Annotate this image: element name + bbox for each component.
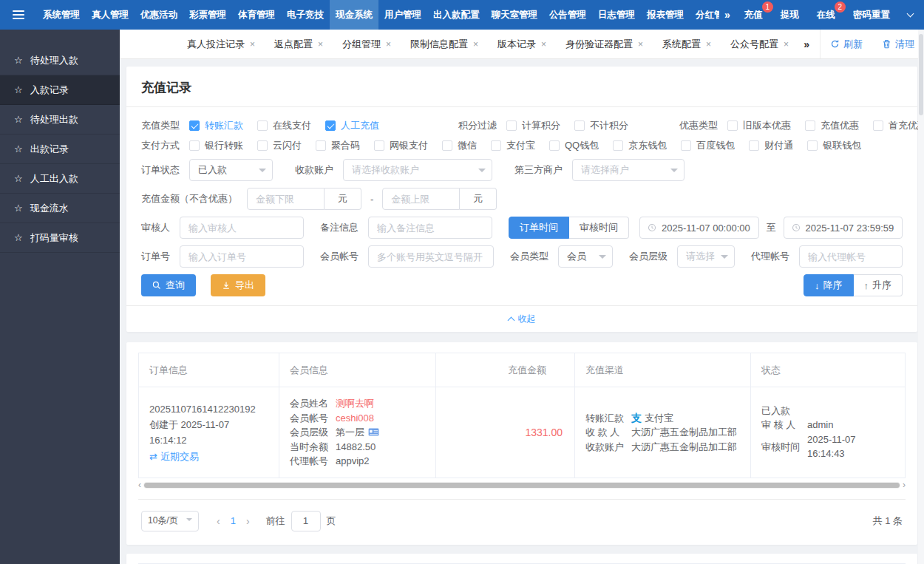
next-page-button[interactable]: › (239, 515, 257, 527)
export-button[interactable]: 导出 (211, 274, 265, 296)
checkbox-alipay[interactable]: 支付宝 (491, 139, 535, 152)
checkbox-old-promo[interactable]: 旧版本优惠 (727, 119, 791, 132)
nav-item-lottery[interactable]: 彩票管理 (183, 0, 232, 30)
scroll-left-arrow[interactable]: ‹ (138, 480, 141, 490)
order-no-input[interactable] (180, 245, 304, 268)
goto-page-input[interactable] (291, 511, 321, 531)
sidebar-item-manual-inout[interactable]: ☆人工出入款 (0, 164, 120, 194)
tab-live-bets[interactable]: 真人投注记录× (177, 38, 265, 51)
checkbox-baidu-wallet[interactable]: 百度钱包 (681, 139, 735, 152)
checkbox-bank-transfer[interactable]: 银行转账 (189, 139, 243, 152)
close-icon[interactable]: × (386, 39, 391, 50)
tabs-overflow-icon[interactable]: » (793, 38, 820, 50)
amount-min-input[interactable] (247, 188, 325, 210)
date-end-input[interactable]: 2025-11-07 23:59:59 (784, 217, 903, 239)
checkbox-no-points[interactable]: 不计积分 (574, 119, 628, 132)
checkbox-first-recharge-promo[interactable]: 首充优惠 (873, 119, 924, 132)
quick-online[interactable]: 在线 2 (808, 0, 844, 30)
checkbox-jd-wallet[interactable]: 京东钱包 (613, 139, 667, 152)
checkbox-tenpay[interactable]: 财付通 (749, 139, 793, 152)
checkbox-aggregate-code[interactable]: 聚合码 (316, 139, 360, 152)
scroll-right-arrow[interactable]: › (903, 480, 906, 490)
search-button[interactable]: 查询 (141, 274, 196, 296)
audit-time-button[interactable]: 审核时间 (569, 217, 629, 239)
tab-rebate-config[interactable]: 返点配置× (265, 38, 333, 51)
close-icon[interactable]: × (473, 39, 478, 50)
nav-item-logs[interactable]: 日志管理 (592, 0, 641, 30)
scrollbar-thumb[interactable] (144, 483, 900, 488)
tab-restrict-config[interactable]: 限制信息配置× (401, 38, 488, 51)
clean-button[interactable]: 清理 (872, 38, 924, 51)
auditor-input[interactable] (180, 217, 304, 239)
checkbox-unionpay-wallet[interactable]: 银联钱包 (807, 139, 861, 152)
prev-page-button[interactable]: ‹ (209, 515, 228, 527)
checkbox-recharge-promo[interactable]: 充值优惠 (805, 119, 859, 132)
amount-max-group: 元 (382, 188, 497, 210)
search-icon (152, 281, 161, 290)
nav-item-announce[interactable]: 公告管理 (543, 0, 592, 30)
sort-desc-button[interactable]: ↓降序 (804, 274, 854, 296)
nav-item-esports[interactable]: 电子竞技 (281, 0, 330, 30)
checkbox-transfer[interactable]: 转账汇款 (189, 119, 243, 132)
checkbox-manual-recharge[interactable]: 人工充值 (325, 119, 379, 132)
sort-asc-button[interactable]: ↑升序 (854, 274, 903, 296)
id-card-icon[interactable] (368, 428, 379, 436)
checkbox-qq-wallet[interactable]: QQ钱包 (549, 139, 599, 152)
third-party-select[interactable]: 请选择商户 (572, 159, 684, 181)
member-type-select[interactable]: 会员 (558, 245, 613, 268)
page-number[interactable]: 1 (228, 515, 239, 526)
nav-item-users[interactable]: 用户管理 (378, 0, 427, 30)
payee-account-select[interactable]: 请选择收款账户 (343, 159, 492, 181)
page-size-select[interactable]: 10条/页 (141, 511, 199, 531)
checkbox-unionpay-quick[interactable]: 云闪付 (257, 139, 302, 152)
close-icon[interactable]: × (638, 39, 643, 50)
nav-item-promo[interactable]: 优惠活动 (135, 0, 183, 30)
tab-authenticator-config[interactable]: 身份验证器配置× (556, 38, 653, 51)
sidebar-item-pending-withdraw[interactable]: ☆待处理出款 (0, 105, 120, 135)
collapse-filters-link[interactable]: 收起 (126, 305, 917, 332)
checkbox-online-pay[interactable]: 在线支付 (257, 119, 311, 132)
sidebar-item-cash-flow[interactable]: ☆现金流水 (0, 194, 120, 223)
agent-account-input[interactable] (799, 245, 903, 268)
recent-trades-link[interactable]: ⇄ 近期交易 (149, 450, 199, 463)
sidebar-item-withdraw-records[interactable]: ☆出款记录 (0, 135, 120, 164)
nav-item-live[interactable]: 真人管理 (86, 0, 135, 30)
nav-item-system[interactable]: 系统管理 (37, 0, 86, 30)
checkbox-wechat[interactable]: 微信 (442, 139, 477, 152)
tab-system-config[interactable]: 系统配置× (653, 38, 721, 51)
nav-item-sports[interactable]: 体育管理 (232, 0, 281, 30)
refresh-button[interactable]: 刷新 (821, 38, 872, 51)
order-time-button[interactable]: 订单时间 (509, 217, 569, 239)
tab-version-records[interactable]: 版本记录× (488, 38, 556, 51)
checkbox-ebank[interactable]: 网银支付 (374, 139, 428, 152)
nav-item-chatroom[interactable]: 聊天室管理 (486, 0, 544, 30)
nav-item-cash[interactable]: 现金系统 (330, 0, 378, 30)
member-level-select[interactable]: 请选择 (677, 245, 735, 268)
nav-overflow-icon[interactable]: » (719, 0, 736, 30)
member-account-input[interactable] (368, 245, 494, 268)
close-icon[interactable]: × (784, 39, 789, 50)
remark-input[interactable] (368, 217, 492, 239)
sidebar-item-deposit-records[interactable]: ☆入款记录 (0, 75, 120, 105)
page-scrollbar-thumb[interactable] (919, 34, 923, 115)
menu-toggle-icon[interactable] (0, 0, 37, 30)
close-icon[interactable]: × (318, 39, 323, 50)
chevron-down-icon[interactable] (899, 0, 922, 30)
tab-official-account-config[interactable]: 公众号配置× (721, 38, 793, 51)
close-icon[interactable]: × (706, 39, 711, 50)
sidebar-item-pending-deposit[interactable]: ☆待处理入款 (0, 46, 120, 75)
close-icon[interactable]: × (541, 39, 546, 50)
order-status-select[interactable]: 已入款 (189, 159, 273, 181)
nav-item-inout-config[interactable]: 出入款配置 (427, 0, 486, 30)
quick-withdraw[interactable]: 提现 (772, 0, 808, 30)
date-start-input[interactable]: 2025-11-07 00:00:00 (639, 217, 759, 239)
nav-item-dividend[interactable]: 分红管 (690, 0, 719, 30)
amount-max-input[interactable] (382, 188, 460, 210)
nav-item-reports[interactable]: 报表管理 (641, 0, 690, 30)
sidebar-item-turnover-audit[interactable]: ☆打码量审核 (0, 223, 120, 253)
tab-group-manage[interactable]: 分组管理× (333, 38, 401, 51)
close-icon[interactable]: × (250, 39, 255, 50)
checkbox-count-points[interactable]: 计算积分 (506, 119, 560, 132)
quick-password-reset[interactable]: 密码重置 (844, 0, 899, 30)
quick-recharge[interactable]: 充值 1 (736, 0, 772, 30)
